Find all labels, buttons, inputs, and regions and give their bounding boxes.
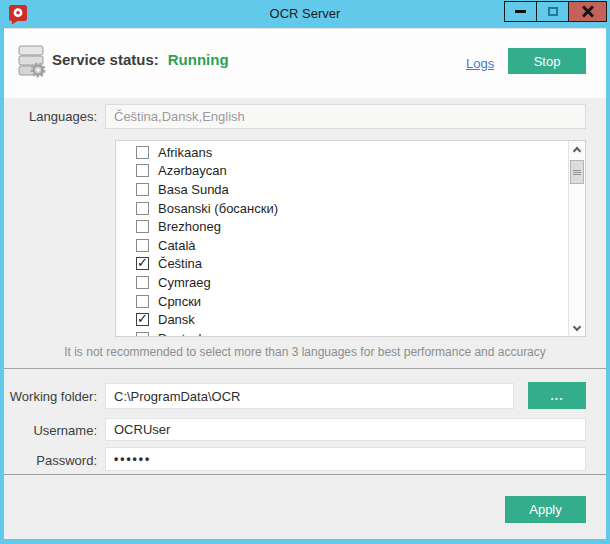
language-item[interactable]: Bosanski (босански)	[116, 199, 567, 218]
language-name: Bosanski (босански)	[158, 201, 278, 216]
language-name: Brezhoneg	[158, 219, 221, 234]
languages-section: Languages: AfrikaansAzərbaycanBasa Sunda…	[4, 98, 606, 369]
apply-button[interactable]: Apply	[505, 496, 586, 523]
settings-section: Working folder: ... Username: Password:	[4, 369, 606, 474]
language-name: Српски	[158, 294, 201, 309]
checkbox-unchecked-icon[interactable]	[136, 183, 149, 196]
language-name: Cymraeg	[158, 275, 211, 290]
minimize-button[interactable]	[504, 1, 537, 22]
language-name: Deutsch	[158, 331, 206, 336]
language-name: Azərbaycan	[158, 163, 227, 178]
checkbox-unchecked-icon[interactable]	[136, 202, 149, 215]
language-item[interactable]: Српски	[116, 292, 567, 311]
checkbox-checked-icon[interactable]: ✓	[136, 257, 149, 270]
window-content: Service status:Running Logs Stop Languag…	[4, 28, 606, 538]
service-status-label: Service status:	[52, 51, 159, 68]
language-item[interactable]: Afrikaans	[116, 143, 567, 162]
language-name: Català	[158, 238, 196, 253]
language-name: Čeština	[158, 256, 202, 271]
language-item[interactable]: ✓Čeština	[116, 255, 567, 274]
language-list: AfrikaansAzərbaycanBasa SundaBosanski (б…	[115, 140, 586, 337]
checkbox-unchecked-icon[interactable]	[136, 276, 149, 289]
language-name: Dansk	[158, 312, 195, 327]
languages-note: It is not recommended to select more tha…	[4, 345, 606, 359]
language-item[interactable]: Basa Sunda	[116, 180, 567, 199]
language-item[interactable]: Deutsch	[116, 329, 567, 336]
logs-link[interactable]: Logs	[466, 56, 494, 71]
language-item[interactable]: ✓Dansk	[116, 310, 567, 329]
checkbox-unchecked-icon[interactable]	[136, 146, 149, 159]
browse-button[interactable]: ...	[528, 382, 586, 409]
footer-section: Apply	[4, 474, 606, 539]
language-list-items: AfrikaansAzərbaycanBasa SundaBosanski (б…	[116, 143, 567, 336]
languages-label: Languages:	[4, 109, 97, 124]
service-status-value: Running	[168, 51, 229, 68]
titlebar: OCR Server	[0, 0, 610, 28]
language-item[interactable]: Català	[116, 236, 567, 255]
scroll-up-button[interactable]	[569, 141, 585, 158]
checkbox-unchecked-icon[interactable]	[136, 239, 149, 252]
close-icon	[581, 5, 595, 19]
scrollbar-grip-icon	[573, 170, 581, 175]
maximize-button[interactable]	[536, 1, 569, 22]
username-field[interactable]	[105, 418, 586, 441]
language-item[interactable]: Cymraeg	[116, 273, 567, 292]
checkbox-unchecked-icon[interactable]	[136, 220, 149, 233]
scroll-down-button[interactable]	[569, 319, 585, 336]
status-section: Service status:Running Logs Stop	[4, 29, 606, 98]
language-name: Basa Sunda	[158, 182, 229, 197]
chevron-up-icon	[573, 146, 581, 154]
working-folder-label: Working folder:	[4, 389, 97, 404]
password-field[interactable]	[105, 447, 586, 471]
service-status-line: Service status:Running	[52, 51, 229, 68]
close-button[interactable]	[568, 1, 607, 22]
checkbox-checked-icon[interactable]: ✓	[136, 313, 149, 326]
working-folder-field[interactable]	[105, 383, 514, 409]
server-gear-icon	[16, 44, 48, 80]
language-name: Afrikaans	[158, 145, 212, 160]
caption-buttons	[505, 1, 607, 22]
scrollbar-thumb[interactable]	[570, 160, 584, 184]
password-label: Password:	[4, 453, 97, 468]
language-item[interactable]: Azərbaycan	[116, 162, 567, 181]
username-label: Username:	[4, 423, 97, 438]
chevron-down-icon	[573, 322, 581, 330]
stop-button[interactable]: Stop	[508, 48, 586, 74]
checkbox-unchecked-icon[interactable]	[136, 295, 149, 308]
checkbox-unchecked-icon[interactable]	[136, 332, 149, 336]
language-list-scrollbar[interactable]	[568, 141, 585, 336]
ocr-server-window: OCR Server	[0, 0, 610, 544]
minimize-icon	[515, 10, 526, 13]
checkbox-unchecked-icon[interactable]	[136, 164, 149, 177]
languages-summary-field[interactable]	[105, 104, 586, 129]
maximize-icon	[548, 7, 558, 16]
language-item[interactable]: Brezhoneg	[116, 217, 567, 236]
